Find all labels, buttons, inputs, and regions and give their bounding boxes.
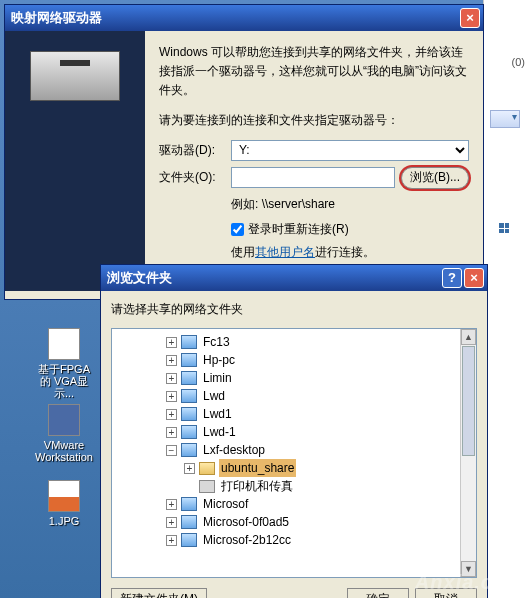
tree-node[interactable]: 打印机和传真 (118, 477, 474, 495)
expand-toggle[interactable]: + (166, 517, 177, 528)
computer-icon (181, 443, 197, 457)
tree-node[interactable]: +Lwd-1 (118, 423, 474, 441)
folder-icon (199, 462, 215, 475)
computer-icon (181, 371, 197, 385)
drive-icon (30, 51, 120, 101)
drive-select[interactable]: Y: (231, 140, 469, 161)
right-count: (0) (512, 56, 525, 68)
scroll-thumb[interactable] (462, 346, 475, 456)
tree-node[interactable]: +Lwd (118, 387, 474, 405)
expand-toggle[interactable]: + (166, 355, 177, 366)
intro-text: Windows 可以帮助您连接到共享的网络文件夹，并给该连接指派一个驱动器号，这… (159, 43, 469, 101)
desktop-icon-label: 基于FPGA的 VGA显示... (34, 363, 94, 399)
other-user-link[interactable]: 其他用户名 (255, 245, 315, 259)
tree-node-label: Lwd (201, 387, 227, 405)
computer-icon (181, 533, 197, 547)
folder-label: 文件夹(O): (159, 168, 231, 187)
tree-node-label: Lwd-1 (201, 423, 238, 441)
expand-toggle[interactable]: + (184, 463, 195, 474)
ok-button[interactable]: 确定 (347, 588, 409, 598)
window-title: 浏览文件夹 (107, 269, 440, 287)
computer-icon (181, 425, 197, 439)
expand-toggle[interactable]: + (166, 427, 177, 438)
prompt-text: 请为要连接到的连接和文件夹指定驱动器号： (159, 111, 469, 130)
tree-node-label: Limin (201, 369, 234, 387)
browse-button[interactable]: 浏览(B)... (401, 167, 469, 189)
tree-node-label: Microsof-2b12cc (201, 531, 293, 549)
tree-node-label: Fc13 (201, 333, 232, 351)
expand-toggle[interactable]: + (166, 391, 177, 402)
close-button[interactable]: × (464, 268, 484, 288)
image-icon (48, 480, 80, 512)
expand-toggle[interactable]: + (166, 535, 177, 546)
tree-node[interactable]: +Microsof-0f0ad5 (118, 513, 474, 531)
computer-icon (181, 407, 197, 421)
tree-node[interactable]: +Microsof-2b12cc (118, 531, 474, 549)
folder-tree[interactable]: +Fc13+Hp-pc+Limin+Lwd+Lwd1+Lwd-1−Lxf-des… (111, 328, 477, 578)
file-icon (48, 328, 80, 360)
expand-toggle[interactable]: + (166, 499, 177, 510)
reconnect-label: 登录时重新连接(R) (248, 220, 349, 239)
expand-toggle[interactable]: + (166, 337, 177, 348)
new-folder-button[interactable]: 新建文件夹(M) (111, 588, 207, 598)
drive-label: 驱动器(D): (159, 141, 231, 160)
help-button[interactable]: ? (442, 268, 462, 288)
printer-icon (199, 480, 215, 493)
app-icon (48, 404, 80, 436)
tree-node-label: Microsof (201, 495, 250, 513)
titlebar[interactable]: 浏览文件夹 ? × (101, 265, 487, 291)
tree-node[interactable]: +Hp-pc (118, 351, 474, 369)
reconnect-checkbox[interactable] (231, 223, 244, 236)
example-text: 例如: \\server\share (231, 195, 469, 214)
scrollbar[interactable]: ▲ ▼ (460, 329, 476, 577)
tree-node[interactable]: +Microsof (118, 495, 474, 513)
tree-node[interactable]: −Lxf-desktop (118, 441, 474, 459)
computer-icon (181, 389, 197, 403)
tree-node[interactable]: +Limin (118, 369, 474, 387)
scroll-down-button[interactable]: ▼ (461, 561, 476, 577)
expand-toggle[interactable]: − (166, 445, 177, 456)
tree-node[interactable]: +Fc13 (118, 333, 474, 351)
desktop-icon-jpg[interactable]: 1.JPG (34, 480, 94, 527)
expand-toggle[interactable]: + (166, 409, 177, 420)
browse-instruction: 请选择共享的网络文件夹 (111, 301, 477, 318)
folder-input[interactable] (231, 167, 395, 188)
expand-toggle[interactable]: + (166, 373, 177, 384)
wizard-sidebar (5, 31, 145, 291)
computer-icon (181, 353, 197, 367)
desktop-icon-label: VMware Workstation (34, 439, 94, 463)
tree-node-label: Lwd1 (201, 405, 234, 423)
tree-node-label: Lxf-desktop (201, 441, 267, 459)
desktop-icon-fpga[interactable]: 基于FPGA的 VGA显示... (34, 328, 94, 399)
use-suffix: 进行连接。 (315, 245, 375, 259)
browse-folder-window: 浏览文件夹 ? × 请选择共享的网络文件夹 +Fc13+Hp-pc+Limin+… (100, 264, 488, 598)
map-network-drive-window: 映射网络驱动器 × Windows 可以帮助您连接到共享的网络文件夹，并给该连接… (4, 4, 484, 300)
desktop-icon-vmware[interactable]: VMware Workstation (34, 404, 94, 463)
titlebar[interactable]: 映射网络驱动器 × (5, 5, 483, 31)
cancel-button[interactable]: 取消 (415, 588, 477, 598)
right-panel: (0) (483, 0, 531, 598)
tree-node[interactable]: +ubuntu_share (118, 459, 474, 477)
wizard-main: Windows 可以帮助您连接到共享的网络文件夹，并给该连接指派一个驱动器号，这… (145, 31, 483, 299)
computer-icon (181, 335, 197, 349)
window-title: 映射网络驱动器 (11, 9, 458, 27)
tree-node-label: 打印机和传真 (219, 477, 295, 495)
desktop-icon-label: 1.JPG (34, 515, 94, 527)
use-prefix: 使用 (231, 245, 255, 259)
scroll-up-button[interactable]: ▲ (461, 329, 476, 345)
tree-node[interactable]: +Lwd1 (118, 405, 474, 423)
tree-node-label: ubuntu_share (219, 459, 296, 477)
desktop: (0) 基于FPGA的 VGA显示... VMware Workstation … (0, 0, 531, 598)
computer-icon (181, 497, 197, 511)
computer-icon (181, 515, 197, 529)
close-button[interactable]: × (460, 8, 480, 28)
tree-node-label: Hp-pc (201, 351, 237, 369)
view-dropdown[interactable] (490, 110, 520, 128)
tree-node-label: Microsof-0f0ad5 (201, 513, 291, 531)
